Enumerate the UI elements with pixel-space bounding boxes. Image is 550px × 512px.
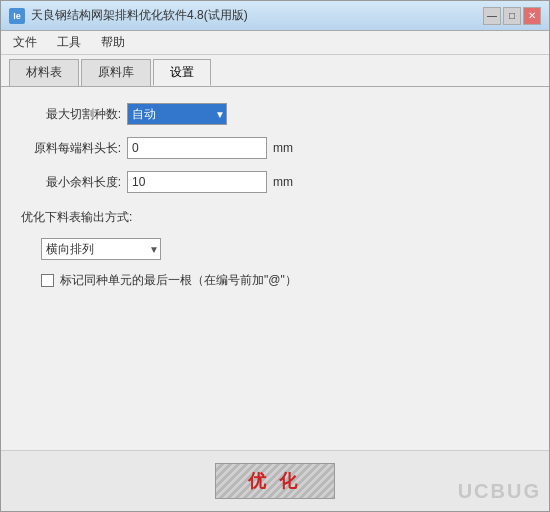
menu-file[interactable]: 文件	[5, 32, 45, 53]
checkbox-label: 标记同种单元的最后一根（在编号前加"@"）	[60, 272, 297, 289]
window-title: 天良钢结构网架排料优化软件4.8(试用版)	[31, 7, 248, 24]
output-method-row: 横向排列 纵向排列 ▼	[21, 238, 529, 260]
menu-tools[interactable]: 工具	[49, 32, 89, 53]
optimize-button[interactable]: 优 化	[215, 463, 335, 499]
settings-content: 最大切割种数: 自动 ▼ 原料每端料头长: mm 最小余料长度: mm 优化下料…	[1, 87, 549, 450]
title-bar: Ie 天良钢结构网架排料优化软件4.8(试用版) — □ ✕	[1, 1, 549, 31]
close-button[interactable]: ✕	[523, 7, 541, 25]
minimize-button[interactable]: —	[483, 7, 501, 25]
max-cuts-select[interactable]: 自动	[127, 103, 227, 125]
min-remnant-label: 最小余料长度:	[21, 174, 121, 191]
max-cuts-select-wrapper: 自动 ▼	[127, 103, 227, 125]
head-length-label: 原料每端料头长:	[21, 140, 121, 157]
menu-help[interactable]: 帮助	[93, 32, 133, 53]
mark-last-checkbox[interactable]	[41, 274, 54, 287]
head-length-row: 原料每端料头长: mm	[21, 137, 529, 159]
max-cuts-label: 最大切割种数:	[21, 106, 121, 123]
tab-bar: 材料表 原料库 设置	[1, 55, 549, 87]
menu-bar: 文件 工具 帮助	[1, 31, 549, 55]
watermark: UCBUG	[458, 480, 541, 503]
min-remnant-input[interactable]	[127, 171, 267, 193]
app-icon: Ie	[9, 8, 25, 24]
maximize-button[interactable]: □	[503, 7, 521, 25]
output-method-select-wrapper: 横向排列 纵向排列 ▼	[41, 238, 161, 260]
head-length-input[interactable]	[127, 137, 267, 159]
tab-settings[interactable]: 设置	[153, 59, 211, 86]
tab-raw-materials[interactable]: 原料库	[81, 59, 151, 86]
window-controls: — □ ✕	[483, 7, 541, 25]
tab-materials[interactable]: 材料表	[9, 59, 79, 86]
min-remnant-row: 最小余料长度: mm	[21, 171, 529, 193]
output-method-select[interactable]: 横向排列 纵向排列	[41, 238, 161, 260]
head-length-unit: mm	[273, 141, 293, 155]
checkbox-row: 标记同种单元的最后一根（在编号前加"@"）	[21, 272, 529, 289]
max-cuts-row: 最大切割种数: 自动 ▼	[21, 103, 529, 125]
output-method-label: 优化下料表输出方式:	[21, 209, 529, 226]
min-remnant-unit: mm	[273, 175, 293, 189]
